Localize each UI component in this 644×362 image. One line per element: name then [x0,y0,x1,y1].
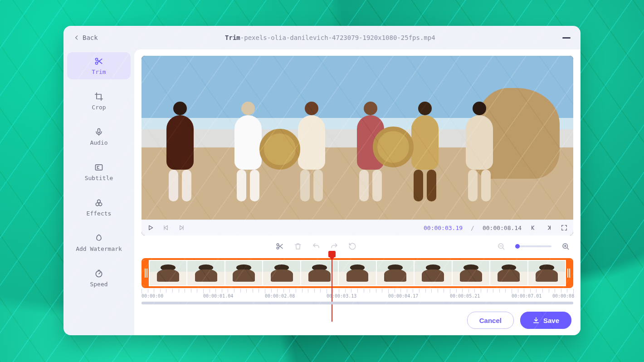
step-back-button[interactable] [530,224,537,231]
svg-point-6 [99,203,102,206]
zoom-out-button[interactable] [497,242,505,250]
sidebar-item-label: Add Watermark [76,245,122,252]
sidebar-item-effects[interactable]: Effects [67,194,131,221]
speed-icon [94,269,103,278]
trim-handle-right[interactable] [566,260,571,286]
download-icon [532,317,540,324]
sidebar-item-speed[interactable]: Speed [67,264,131,292]
video-preview[interactable] [141,56,573,220]
timeline-thumbnail [453,261,489,285]
ruler-label: 00:00:02.08 [265,294,295,298]
ruler-label: 00:00:00 [141,294,163,298]
window-title-filename: -pexels-olia-danilevich-4723079-1920x108… [240,34,435,41]
chevron-left-icon [73,34,80,41]
ruler-label: 00:00:07.01 [512,294,542,298]
window-title-prefix: Trim [225,34,240,41]
mic-icon [94,127,103,137]
sidebar-item-label: Speed [90,281,107,288]
title-bar: Back Trim-pexels-olia-danilevich-4723079… [63,26,581,49]
sidebar-item-watermark[interactable]: Add Watermark [67,229,131,256]
preview-container: 00:00:03.19 / 00:00:08.14 [141,56,573,235]
watermark-icon [94,234,103,243]
delete-button[interactable] [294,242,302,250]
zoom-slider[interactable] [515,245,551,247]
current-time: 00:00:03.19 [424,225,463,231]
sidebar-item-audio[interactable]: Audio [67,123,131,150]
next-frame-button[interactable] [178,224,185,231]
trim-strip[interactable] [141,258,573,288]
time-ruler: 00:00:0000:00:01.0400:00:02.0800:00:03.1… [141,289,573,301]
window-title: Trim-pexels-olia-danilevich-4723079-1920… [225,34,435,41]
footer-actions: Cancel Save [141,309,573,329]
svg-point-5 [96,203,99,206]
timeline-thumbnail [301,261,338,285]
crop-icon [94,92,103,101]
time-separator: / [471,225,474,231]
timeline-thumbnail [150,261,186,285]
redo-button[interactable] [330,242,338,250]
sidebar: Trim Crop Audio Subtitle Effects Add Wat… [63,49,134,335]
trim-handle-left[interactable] [143,260,149,286]
timeline-scrollbar[interactable] [141,302,573,304]
undo-button[interactable] [312,242,320,250]
app-window: Back Trim-pexels-olia-danilevich-4723079… [63,26,581,335]
play-button[interactable] [147,224,154,231]
timeline-thumbnail [339,261,376,285]
zoom-in-button[interactable] [561,242,570,250]
timeline-thumbnail [225,261,262,285]
ruler-label: 00:00:05.21 [450,294,480,298]
reset-button[interactable] [348,242,356,250]
thumbnail-row[interactable] [149,260,566,286]
minimize-button[interactable] [562,37,571,39]
timeline-thumbnail [415,261,451,285]
sidebar-item-label: Effects [87,210,112,217]
ruler-label: 00:00:01.04 [203,294,233,298]
timeline-thumbnail [490,261,527,285]
sidebar-item-label: Subtitle [85,175,113,181]
timeline: 00:00:0000:00:01.0400:00:02.0800:00:03.1… [141,258,573,304]
prev-frame-button[interactable] [162,224,170,231]
total-time: 00:00:08.14 [483,225,522,231]
svg-rect-3 [96,165,102,170]
cancel-button[interactable]: Cancel [467,312,514,329]
main-panel: 00:00:03.19 / 00:00:08.14 [134,49,581,335]
split-button[interactable] [276,242,284,250]
player-controls: 00:00:03.19 / 00:00:08.14 [141,220,573,235]
sidebar-item-subtitle[interactable]: Subtitle [67,158,131,186]
save-label: Save [543,317,559,324]
scissors-icon [94,57,103,66]
ruler-label: 00:00:04.17 [388,294,418,298]
timeline-thumbnail [187,261,224,285]
fullscreen-button[interactable] [561,224,568,231]
svg-point-4 [98,200,101,203]
sidebar-item-label: Trim [92,68,106,75]
ruler-label: 00:00:08 [552,294,574,298]
sidebar-item-label: Crop [92,104,106,111]
sidebar-item-crop[interactable]: Crop [67,88,131,115]
sidebar-item-trim[interactable]: Trim [67,52,131,79]
subtitle-icon [94,163,103,172]
timeline-thumbnail [528,261,565,285]
timeline-thumbnail [377,261,414,285]
timeline-thumbnail [263,261,300,285]
ruler-label: 00:00:03.13 [327,294,356,298]
save-button[interactable]: Save [520,312,571,329]
timeline-toolbar [141,240,573,253]
sidebar-item-label: Audio [90,139,107,146]
cancel-label: Cancel [479,317,502,324]
back-label: Back [83,34,98,41]
back-button[interactable]: Back [73,34,98,41]
svg-rect-2 [98,128,100,132]
effects-icon [94,198,103,207]
step-forward-button[interactable] [545,224,552,231]
